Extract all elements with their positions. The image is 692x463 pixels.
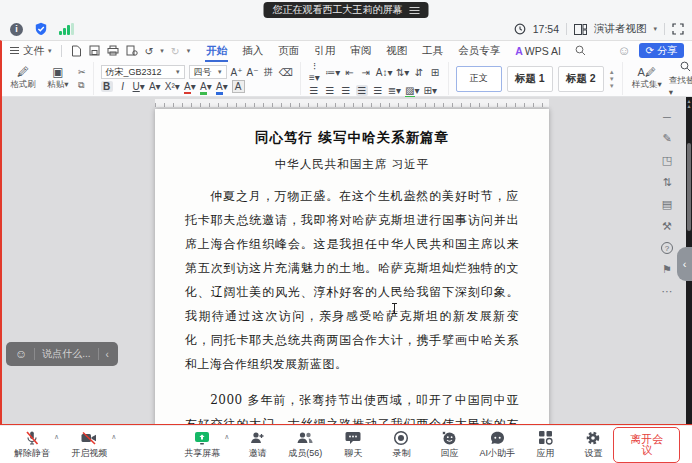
tab-wps-ai[interactable]: AWPS AI (514, 43, 562, 59)
style-heading2[interactable]: 标题 2 (558, 66, 604, 92)
highlight-color-button[interactable]: A▾ (200, 81, 212, 92)
style-set-button[interactable]: A🖉 样式集▾ (630, 66, 664, 91)
toolbox-icon[interactable]: ⚒ (662, 220, 672, 233)
superscript-button[interactable]: X²▾ (165, 81, 180, 92)
share-options-chevron-icon[interactable]: ∧ (224, 433, 229, 441)
chat-button[interactable]: 聊天 (333, 429, 373, 460)
save-icon[interactable] (89, 45, 100, 56)
border-button[interactable]: ⊞▾ (424, 85, 437, 96)
shrink-font-button[interactable]: A⁻ (247, 67, 259, 78)
meeting-info-icon[interactable]: i (10, 23, 23, 36)
security-shield-icon[interactable] (34, 22, 48, 36)
start-video-button[interactable]: 开启视频 (69, 429, 109, 460)
distribute-button[interactable]: ☰ (372, 85, 384, 96)
decrease-indent-button[interactable]: ⇤ (344, 67, 356, 78)
increase-indent-button[interactable]: ⇥ (360, 67, 372, 78)
number-list-button[interactable]: ≔▾ (325, 67, 340, 78)
style-normal[interactable]: 正文 (456, 66, 502, 92)
invite-button[interactable]: 邀请 (237, 429, 277, 460)
view-mode-label[interactable]: 演讲者视图 (594, 22, 647, 36)
sort-button[interactable]: ⇵ (413, 67, 425, 78)
scroll-top-icon[interactable]: ▲▲ (686, 99, 692, 109)
sidebar-collapse-tab[interactable]: ‹ (677, 247, 692, 281)
image-tool-icon[interactable]: ▤ (662, 198, 672, 211)
reaction-button[interactable]: 回应 (429, 429, 469, 460)
align-right-button[interactable]: ☰ (340, 85, 352, 96)
share-tool-icon[interactable]: ⇅ (662, 176, 671, 189)
emoji-icon[interactable]: ☺ (15, 347, 27, 361)
print-preview-icon[interactable] (126, 45, 138, 56)
ai-assistant-button[interactable]: AI小助手 (477, 429, 517, 460)
record-button[interactable]: 录制 (381, 429, 421, 460)
undo-chevron-icon[interactable]: ▾ (160, 47, 164, 55)
document-page[interactable]: 同心笃行 续写中哈关系新篇章 中华人民共和国主席 习近平 仲夏之月，万物正盛。在… (155, 109, 549, 424)
paste-button[interactable]: ▣ 粘贴▾ (43, 66, 73, 91)
paragraph-layout-button[interactable]: ≣▾ (388, 85, 401, 96)
tab-page[interactable]: 页面 (277, 42, 300, 60)
tab-tools[interactable]: 工具 (421, 42, 444, 60)
scrollbar-thumb[interactable] (687, 143, 691, 231)
help-icon[interactable]: ? (661, 242, 673, 254)
undo-icon[interactable]: ↺ (145, 45, 154, 57)
tab-member[interactable]: 会员专享 (457, 42, 501, 60)
new-doc-icon[interactable] (71, 45, 82, 57)
file-menu[interactable]: 文件 ▾ (10, 44, 52, 58)
grow-font-button[interactable]: A⁺ (231, 67, 243, 78)
video-options-chevron-icon[interactable]: ∧ (111, 433, 116, 441)
quickbar-more-chevron-icon[interactable]: ▾ (187, 47, 191, 55)
annotate-pen-icon[interactable]: ✎ (662, 132, 671, 145)
cut-icon[interactable]: ✂ (78, 67, 86, 77)
print-icon[interactable] (107, 45, 119, 56)
find-replace-button[interactable]: 查找替换▾ (669, 61, 692, 97)
show-marks-button[interactable]: ⊞ (429, 67, 441, 78)
share-screen-button[interactable]: 共享屏幕 (182, 429, 222, 460)
styles-gallery-scroll[interactable]: ▲▼▼ (609, 69, 615, 89)
tab-reference[interactable]: 引用 (313, 42, 336, 60)
bullet-list-button[interactable]: ⁝≡▾ (308, 61, 322, 83)
char-border-button[interactable]: A▾ (149, 81, 161, 92)
fullscreen-icon[interactable] (672, 23, 684, 35)
leave-meeting-button[interactable]: 离开会议 (613, 427, 680, 463)
copy-icon[interactable]: ⧉ (78, 80, 86, 91)
chat-input-placeholder[interactable]: 说点什么... (42, 347, 90, 361)
horizontal-ruler[interactable] (155, 99, 549, 107)
font-size-select[interactable]: 四号▾ (189, 65, 227, 79)
feedback-flag-icon[interactable]: ⚑ (662, 263, 672, 276)
format-painter-button[interactable]: 🖉 格式刷 (8, 66, 38, 91)
chat-collapse-icon[interactable]: ‹ (106, 349, 109, 360)
search-command-icon[interactable] (575, 45, 586, 56)
shading-button[interactable]: ▨▾ (405, 85, 419, 96)
mic-options-chevron-icon[interactable]: ∧ (54, 433, 59, 441)
bold-button[interactable]: B (101, 81, 113, 92)
sidetool-collapse-icon[interactable]: ─ (663, 111, 671, 123)
more-tools-icon[interactable]: ⋯ (662, 285, 673, 298)
feedback-smiley-icon[interactable]: ☺ (617, 43, 630, 58)
settings-button[interactable]: 设置 (573, 429, 613, 460)
clear-format-icon[interactable]: ⌫ (279, 67, 293, 78)
tab-home[interactable]: 开始 (205, 42, 228, 60)
align-justify-button[interactable]: ☰ (356, 85, 368, 96)
text-direction-button[interactable]: A↕▾ (376, 67, 392, 78)
tab-view[interactable]: 视图 (385, 42, 408, 60)
tab-insert[interactable]: 插入 (241, 42, 264, 60)
unmute-button[interactable]: 解除静音 (12, 429, 52, 460)
banner-menu-icon[interactable] (410, 5, 420, 16)
doc-share-button[interactable]: ⟳ 分享 (639, 43, 684, 58)
underline-button[interactable]: U▾ (133, 81, 145, 92)
tab-review[interactable]: 审阅 (349, 42, 372, 60)
char-shading-button[interactable]: A (232, 81, 245, 92)
font-color-button[interactable]: A▾ (216, 81, 228, 92)
align-left-button[interactable]: ☰ (308, 85, 320, 96)
align-center-button[interactable]: ☰ (324, 85, 336, 96)
line-spacing-button[interactable]: ⇅▾ (396, 67, 409, 78)
text-effects-button[interactable]: A▾ (184, 81, 196, 92)
members-button[interactable]: 成员(56) (285, 429, 325, 460)
chat-quick-bar[interactable]: ☺ 说点什么... ‹ (6, 342, 118, 366)
font-name-select[interactable]: 仿宋_GB2312▾ (101, 65, 185, 79)
italic-button[interactable]: I (117, 81, 129, 92)
style-heading1[interactable]: 标题 1 (507, 66, 553, 92)
redo-icon[interactable]: ↻ (171, 45, 180, 57)
apps-button[interactable]: 应用 (525, 429, 565, 460)
select-region-icon[interactable]: ◳ (662, 154, 672, 167)
phonetic-guide-button[interactable]: 拼 (263, 66, 275, 79)
